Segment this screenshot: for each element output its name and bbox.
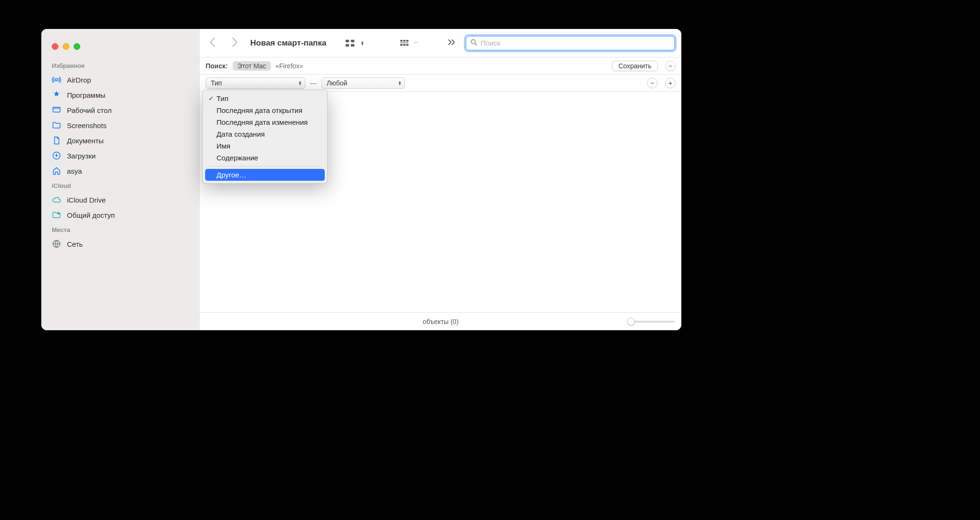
sidebar-item-label: AirDrop bbox=[67, 76, 91, 84]
svg-rect-12 bbox=[406, 39, 409, 41]
svg-rect-14 bbox=[400, 44, 403, 46]
nav-arrows bbox=[207, 37, 244, 49]
search-field[interactable] bbox=[466, 36, 675, 50]
sidebar-item-label: Screenshots bbox=[67, 121, 106, 130]
sidebar-item-label: Сеть bbox=[67, 240, 83, 248]
cloud-icon bbox=[52, 195, 61, 204]
home-icon bbox=[52, 166, 61, 176]
sidebar-item-label: asya bbox=[67, 167, 82, 175]
sidebar-item-label: Общий доступ bbox=[67, 211, 115, 219]
remove-criteria-button[interactable]: − bbox=[647, 78, 658, 88]
group-by-button[interactable]: ﹀ bbox=[397, 39, 421, 47]
chevron-down-icon: ﹀ bbox=[414, 40, 418, 46]
scope-firefox[interactable]: «Firefox» bbox=[275, 62, 303, 70]
item-count: объекты (0) bbox=[423, 318, 459, 325]
save-button[interactable]: Сохранить bbox=[612, 61, 658, 71]
sidebar-item-label: Документы bbox=[67, 137, 104, 145]
scope-bar: Поиск: Этот Mac «Firefox» Сохранить − bbox=[200, 57, 681, 74]
finder-window: Избранное AirDrop Программы Рабочий стол… bbox=[41, 29, 681, 330]
svg-rect-9 bbox=[351, 44, 354, 46]
status-bar: объекты (0) bbox=[200, 312, 681, 330]
sidebar-item-airdrop[interactable]: AirDrop bbox=[41, 72, 200, 87]
stepper-icon: ▲▼ bbox=[398, 81, 402, 85]
sidebar-heading-favorites: Избранное bbox=[41, 58, 200, 72]
dropdown-item-other[interactable]: Другое… bbox=[205, 169, 325, 181]
svg-rect-16 bbox=[406, 44, 409, 46]
airdrop-icon bbox=[52, 75, 61, 84]
back-button[interactable] bbox=[208, 37, 217, 49]
criteria-attribute-dropdown: ✓Тип Последняя дата открытия Последняя д… bbox=[202, 90, 328, 184]
dropdown-separator bbox=[209, 166, 321, 167]
sidebar-item-documents[interactable]: Документы bbox=[41, 133, 200, 148]
sidebar-item-label: Рабочий стол bbox=[67, 106, 112, 114]
toolbar: Новая смарт-папка ▲▼ ﹀ bbox=[200, 29, 681, 57]
dropdown-item-kind[interactable]: ✓Тип bbox=[205, 93, 325, 104]
svg-rect-6 bbox=[346, 39, 349, 42]
criteria-row: Тип ▲▼ ✓Тип Последняя дата открытия Посл… bbox=[200, 74, 681, 92]
sidebar-heading-locations: Места bbox=[41, 223, 200, 236]
criteria-dash: — bbox=[310, 79, 317, 87]
svg-rect-15 bbox=[404, 44, 406, 46]
sidebar-item-label: iCloud Drive bbox=[67, 196, 106, 204]
svg-rect-8 bbox=[346, 44, 349, 46]
collapse-criteria-button[interactable]: − bbox=[665, 61, 676, 71]
scope-label: Поиск: bbox=[206, 62, 228, 70]
downloads-icon bbox=[52, 151, 61, 160]
folder-icon bbox=[52, 121, 61, 130]
dropdown-item-last-modified[interactable]: Последняя дата изменения bbox=[205, 116, 325, 128]
dropdown-item-contents[interactable]: Содержание bbox=[205, 152, 325, 164]
svg-rect-7 bbox=[351, 39, 354, 42]
sidebar-item-screenshots[interactable]: Screenshots bbox=[41, 118, 200, 133]
zoom-window-button[interactable] bbox=[74, 43, 80, 50]
svg-rect-10 bbox=[400, 39, 403, 41]
icon-size-slider[interactable] bbox=[627, 321, 675, 323]
sidebar-item-label: Загрузки bbox=[67, 152, 95, 160]
close-window-button[interactable] bbox=[52, 43, 58, 50]
stepper-icon: ▲▼ bbox=[360, 41, 364, 46]
search-icon bbox=[470, 38, 478, 48]
svg-rect-11 bbox=[404, 39, 406, 41]
search-input[interactable] bbox=[481, 39, 670, 47]
svg-rect-2 bbox=[53, 107, 60, 109]
svg-rect-13 bbox=[400, 42, 408, 43]
sidebar-item-desktop[interactable]: Рабочий стол bbox=[41, 102, 200, 118]
sidebar-item-home[interactable]: asya bbox=[41, 163, 200, 178]
sidebar: Избранное AirDrop Программы Рабочий стол… bbox=[41, 29, 200, 330]
toolbar-overflow-button[interactable] bbox=[447, 38, 456, 48]
shared-folder-icon bbox=[52, 210, 61, 220]
criteria-value-text: Любой bbox=[327, 79, 347, 87]
minimize-window-button[interactable] bbox=[63, 43, 69, 50]
dropdown-item-name[interactable]: Имя bbox=[205, 140, 325, 152]
sidebar-item-label: Программы bbox=[67, 91, 105, 99]
svg-point-0 bbox=[56, 79, 58, 81]
network-icon bbox=[52, 239, 61, 249]
desktop-icon bbox=[52, 105, 61, 115]
sidebar-item-downloads[interactable]: Загрузки bbox=[41, 148, 200, 163]
scope-this-mac[interactable]: Этот Mac bbox=[233, 61, 271, 71]
stepper-icon: ▲▼ bbox=[298, 81, 302, 85]
sidebar-item-shared[interactable]: Общий доступ bbox=[41, 207, 200, 223]
svg-point-17 bbox=[471, 39, 476, 44]
forward-button[interactable] bbox=[230, 37, 239, 49]
add-criteria-button[interactable]: + bbox=[665, 78, 676, 88]
sidebar-heading-icloud: iCloud bbox=[41, 178, 200, 192]
main-area: Новая смарт-папка ▲▼ ﹀ Поиск: Этот Ma bbox=[200, 29, 681, 330]
applications-icon bbox=[52, 90, 61, 100]
window-controls bbox=[41, 38, 200, 58]
window-title: Новая смарт-папка bbox=[250, 38, 326, 48]
slider-thumb[interactable] bbox=[627, 318, 635, 325]
sidebar-item-icloud-drive[interactable]: iCloud Drive bbox=[41, 192, 200, 207]
sidebar-item-network[interactable]: Сеть bbox=[41, 236, 200, 251]
sidebar-item-applications[interactable]: Программы bbox=[41, 87, 200, 102]
check-icon: ✓ bbox=[207, 95, 215, 102]
svg-point-4 bbox=[57, 213, 59, 214]
criteria-attribute-value: Тип bbox=[211, 79, 222, 87]
document-icon bbox=[52, 136, 61, 145]
dropdown-item-created[interactable]: Дата создания bbox=[205, 128, 325, 140]
view-mode-button[interactable]: ▲▼ bbox=[342, 39, 367, 47]
criteria-value-select[interactable]: Любой ▲▼ bbox=[321, 77, 405, 89]
criteria-attribute-select[interactable]: Тип ▲▼ bbox=[206, 77, 305, 89]
dropdown-item-last-opened[interactable]: Последняя дата открытия bbox=[205, 104, 325, 116]
